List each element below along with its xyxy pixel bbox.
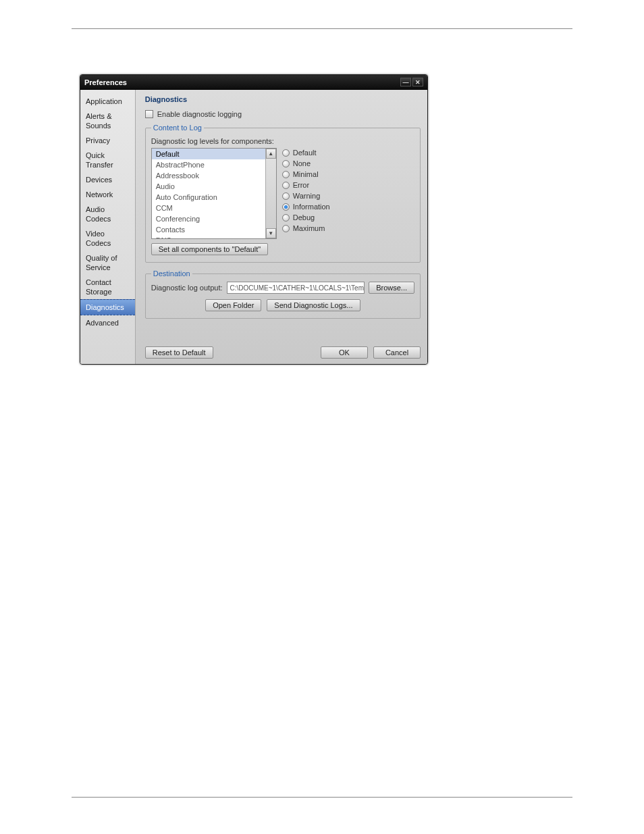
sidebar-item-privacy[interactable]: Privacy bbox=[80, 133, 135, 148]
sidebar-item-video-codecs[interactable]: Video Codecs bbox=[80, 226, 135, 251]
component-item-dns[interactable]: DNS bbox=[152, 235, 265, 238]
content-to-log-legend: Content to Log bbox=[151, 124, 204, 132]
level-label: Warning bbox=[293, 192, 321, 200]
sidebar-item-contact-storage[interactable]: Contact Storage bbox=[80, 275, 135, 299]
components-label: Diagnostic log levels for components: bbox=[151, 137, 414, 145]
browse-button[interactable]: Browse... bbox=[369, 282, 414, 294]
radio-icon bbox=[282, 171, 290, 178]
main-panel: Diagnostics Enable diagnostic logging Co… bbox=[136, 90, 427, 364]
sidebar-item-devices[interactable]: Devices bbox=[80, 172, 135, 187]
component-item-abstractphone[interactable]: AbstractPhone bbox=[152, 159, 265, 170]
scroll-down-icon[interactable]: ▼ bbox=[266, 228, 276, 238]
radio-icon bbox=[282, 149, 290, 157]
component-item-ccm[interactable]: CCM bbox=[152, 203, 265, 213]
output-path-label: Diagnostic log output: bbox=[151, 284, 223, 292]
components-scrollbar[interactable]: ▲ ▼ bbox=[265, 149, 276, 238]
level-label: Minimal bbox=[293, 170, 319, 178]
reset-button[interactable]: Reset to Default bbox=[145, 346, 213, 359]
radio-icon bbox=[282, 203, 290, 211]
dialog-footer: Reset to Default OK Cancel bbox=[145, 328, 421, 359]
level-label: Maximum bbox=[293, 224, 325, 232]
window-title: Preferences bbox=[84, 78, 399, 86]
component-item-addressbook[interactable]: Addressbook bbox=[152, 170, 265, 181]
level-label: None bbox=[293, 159, 311, 167]
scroll-up-icon[interactable]: ▲ bbox=[266, 149, 276, 159]
output-path-field[interactable]: C:\DOCUME~1\CATHER~1\LOCALS~1\Temp\Count… bbox=[227, 282, 365, 294]
panel-heading: Diagnostics bbox=[145, 95, 421, 103]
minimize-button[interactable]: — bbox=[400, 78, 411, 86]
content-to-log-group: Content to Log Diagnostic log levels for… bbox=[145, 124, 421, 263]
radio-icon bbox=[282, 225, 290, 232]
sidebar-item-alerts-sounds[interactable]: Alerts & Sounds bbox=[80, 109, 135, 133]
page-header-rule bbox=[72, 28, 572, 29]
sidebar-item-application[interactable]: Application bbox=[80, 94, 135, 109]
component-item-conferencing[interactable]: Conferencing bbox=[152, 213, 265, 224]
radio-icon bbox=[282, 192, 290, 200]
page-footer-rule bbox=[72, 797, 572, 798]
level-radio-warning[interactable]: Warning bbox=[282, 192, 330, 200]
titlebar[interactable]: Preferences — ✕ bbox=[80, 75, 427, 90]
destination-legend: Destination bbox=[151, 269, 192, 278]
level-label: Debug bbox=[293, 213, 315, 221]
level-radio-default[interactable]: Default bbox=[282, 149, 330, 157]
open-folder-button[interactable]: Open Folder bbox=[205, 299, 261, 311]
sidebar-item-advanced[interactable]: Advanced bbox=[80, 315, 135, 330]
level-label: Default bbox=[293, 149, 317, 157]
scroll-track[interactable] bbox=[266, 159, 276, 228]
preferences-dialog: Preferences — ✕ Application Alerts & Sou… bbox=[80, 74, 428, 365]
log-level-radio-group: Default None Minimal Error Warning Infor… bbox=[282, 148, 330, 239]
level-radio-minimal[interactable]: Minimal bbox=[282, 170, 330, 178]
component-item-auto-configuration[interactable]: Auto Configuration bbox=[152, 192, 265, 203]
radio-icon bbox=[282, 160, 290, 167]
destination-group: Destination Diagnostic log output: C:\DO… bbox=[145, 269, 421, 319]
enable-logging-label: Enable diagnostic logging bbox=[157, 110, 242, 118]
ok-button[interactable]: OK bbox=[321, 346, 368, 359]
components-listbox[interactable]: Default AbstractPhone Addressbook Audio … bbox=[151, 148, 277, 239]
enable-logging-checkbox[interactable] bbox=[145, 110, 153, 118]
cancel-button[interactable]: Cancel bbox=[373, 346, 421, 359]
level-radio-none[interactable]: None bbox=[282, 159, 330, 167]
sidebar-item-quality-of-service[interactable]: Quality of Service bbox=[80, 251, 135, 275]
send-logs-button[interactable]: Send Diagnostic Logs... bbox=[267, 299, 360, 311]
component-item-audio[interactable]: Audio bbox=[152, 181, 265, 192]
radio-icon bbox=[282, 182, 290, 189]
sidebar-item-diagnostics[interactable]: Diagnostics bbox=[80, 299, 135, 315]
level-radio-information[interactable]: Information bbox=[282, 203, 330, 211]
component-item-contacts[interactable]: Contacts bbox=[152, 224, 265, 235]
close-button[interactable]: ✕ bbox=[412, 78, 423, 86]
component-item-default[interactable]: Default bbox=[152, 149, 265, 159]
level-radio-error[interactable]: Error bbox=[282, 181, 330, 189]
level-label: Error bbox=[293, 181, 309, 189]
set-all-default-button[interactable]: Set all components to "Default" bbox=[151, 243, 269, 255]
level-radio-maximum[interactable]: Maximum bbox=[282, 224, 330, 232]
sidebar-item-quick-transfer[interactable]: Quick Transfer bbox=[80, 148, 135, 172]
sidebar-item-network[interactable]: Network bbox=[80, 187, 135, 202]
radio-icon bbox=[282, 214, 290, 221]
level-radio-debug[interactable]: Debug bbox=[282, 213, 330, 221]
sidebar-item-audio-codecs[interactable]: Audio Codecs bbox=[80, 202, 135, 226]
level-label: Information bbox=[293, 203, 330, 211]
sidebar: Application Alerts & Sounds Privacy Quic… bbox=[80, 90, 136, 364]
